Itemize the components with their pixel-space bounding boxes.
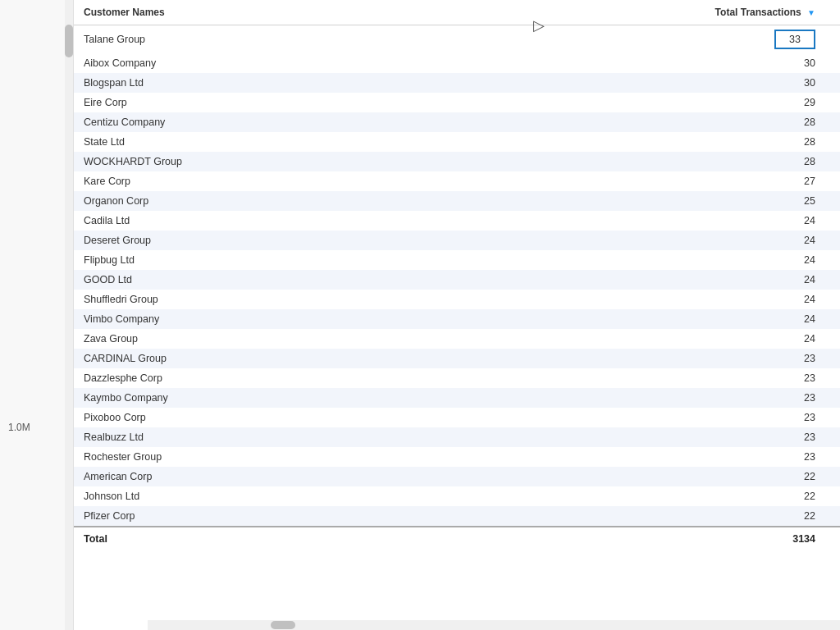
vertical-scrollbar-track[interactable] [65, 0, 73, 630]
cell-transactions: 24 [431, 290, 840, 309]
sort-desc-icon: ▼ [807, 8, 815, 17]
data-table: Customer Names Total Transactions ▼ Tala… [74, 0, 840, 550]
table-row: GOOD Ltd24 [74, 270, 840, 290]
y-axis-label: 1.0M [8, 422, 30, 433]
table-row: Organon Corp25 [74, 191, 840, 211]
table-row: CARDINAL Group23 [74, 349, 840, 368]
cell-customer-name: GOOD Ltd [74, 270, 431, 290]
table-row: Pfizer Corp22 [74, 506, 840, 527]
table-row: Vimbo Company24 [74, 309, 840, 329]
table-row: Blogspan Ltd30 [74, 73, 840, 93]
column-header-customer-names[interactable]: Customer Names [74, 0, 431, 25]
horizontal-scrollbar-track[interactable] [148, 620, 840, 630]
table-body: Talane Group33Aibox Company30Blogspan Lt… [74, 25, 840, 527]
table-container: Customer Names Total Transactions ▼ Tala… [74, 0, 840, 630]
cell-transactions: 33 [431, 25, 840, 54]
table-row: Aibox Company30 [74, 53, 840, 73]
horizontal-scrollbar-thumb[interactable] [271, 621, 295, 629]
cell-transactions: 23 [431, 427, 840, 447]
cell-customer-name: Kare Corp [74, 171, 431, 191]
table-row: Dazzlesphe Corp23 [74, 368, 840, 388]
cell-customer-name: Deseret Group [74, 231, 431, 250]
cell-transactions: 23 [431, 368, 840, 388]
table-row: Shuffledri Group24 [74, 290, 840, 309]
table-row: Cadila Ltd24 [74, 211, 840, 231]
cell-customer-name: Vimbo Company [74, 309, 431, 329]
table-row: Zava Group24 [74, 329, 840, 349]
table-row: Rochester Group23 [74, 447, 840, 467]
table-header-row: Customer Names Total Transactions ▼ [74, 0, 840, 25]
cell-transactions: 24 [431, 329, 840, 349]
cell-customer-name: Eire Corp [74, 93, 431, 112]
cell-customer-name: State Ltd [74, 132, 431, 152]
cell-customer-name: American Corp [74, 467, 431, 486]
cell-customer-name: Rochester Group [74, 447, 431, 467]
cell-customer-name: Flipbug Ltd [74, 250, 431, 270]
cell-transactions: 23 [431, 447, 840, 467]
cell-customer-name: Organon Corp [74, 191, 431, 211]
cell-customer-name: WOCKHARDT Group [74, 152, 431, 171]
table-row: Talane Group33 [74, 25, 840, 54]
cell-customer-name: Dazzlesphe Corp [74, 368, 431, 388]
cell-transactions: 22 [431, 486, 840, 506]
cell-transactions: 23 [431, 408, 840, 427]
cell-transactions: 24 [431, 231, 840, 250]
table-row: Kaymbo Company23 [74, 388, 840, 408]
cell-transactions: 22 [431, 467, 840, 486]
cell-transactions: 23 [431, 388, 840, 408]
cell-customer-name: Cadila Ltd [74, 211, 431, 231]
page-container: 1.0M ▷ Customer Names Total Transactions… [0, 0, 840, 630]
table-row: American Corp22 [74, 467, 840, 486]
cell-transactions: 28 [431, 152, 840, 171]
cell-transactions: 30 [431, 73, 840, 93]
cell-transactions: 24 [431, 270, 840, 290]
cell-transactions: 27 [431, 171, 840, 191]
footer-row: Total 3134 [74, 527, 840, 550]
cell-transactions: 25 [431, 191, 840, 211]
cell-transactions: 28 [431, 132, 840, 152]
column-header-total-transactions[interactable]: Total Transactions ▼ [431, 0, 840, 25]
cell-customer-name: Zava Group [74, 329, 431, 349]
left-sidebar: 1.0M [0, 0, 74, 630]
vertical-scrollbar-thumb[interactable] [65, 25, 73, 57]
cell-transactions: 24 [431, 309, 840, 329]
cell-transactions: 22 [431, 506, 840, 527]
cell-customer-name: Realbuzz Ltd [74, 427, 431, 447]
cell-transactions: 24 [431, 250, 840, 270]
cell-transactions: 24 [431, 211, 840, 231]
main-content: ▷ Customer Names Total Transactions ▼ [74, 0, 840, 630]
cell-customer-name: Centizu Company [74, 112, 431, 132]
cell-customer-name: Talane Group [74, 25, 431, 54]
cell-transactions: 30 [431, 53, 840, 73]
cell-transactions: 23 [431, 349, 840, 368]
cell-customer-name: Johnson Ltd [74, 486, 431, 506]
table-row: Deseret Group24 [74, 231, 840, 250]
cell-customer-name: Kaymbo Company [74, 388, 431, 408]
table-row: State Ltd28 [74, 132, 840, 152]
table-footer: Total 3134 [74, 527, 840, 550]
cell-customer-name: CARDINAL Group [74, 349, 431, 368]
table-row: Kare Corp27 [74, 171, 840, 191]
footer-total: 3134 [431, 527, 840, 550]
table-row: Centizu Company28 [74, 112, 840, 132]
highlighted-value: 33 [774, 30, 815, 49]
cell-customer-name: Pfizer Corp [74, 506, 431, 527]
cell-customer-name: Aibox Company [74, 53, 431, 73]
table-row: Eire Corp29 [74, 93, 840, 112]
table-row: Flipbug Ltd24 [74, 250, 840, 270]
cell-customer-name: Shuffledri Group [74, 290, 431, 309]
cell-customer-name: Pixoboo Corp [74, 408, 431, 427]
table-row: Johnson Ltd22 [74, 486, 840, 506]
table-row: WOCKHARDT Group28 [74, 152, 840, 171]
table-row: Realbuzz Ltd23 [74, 427, 840, 447]
cell-transactions: 29 [431, 93, 840, 112]
footer-label: Total [74, 527, 431, 550]
table-row: Pixoboo Corp23 [74, 408, 840, 427]
cell-transactions: 28 [431, 112, 840, 132]
cell-customer-name: Blogspan Ltd [74, 73, 431, 93]
